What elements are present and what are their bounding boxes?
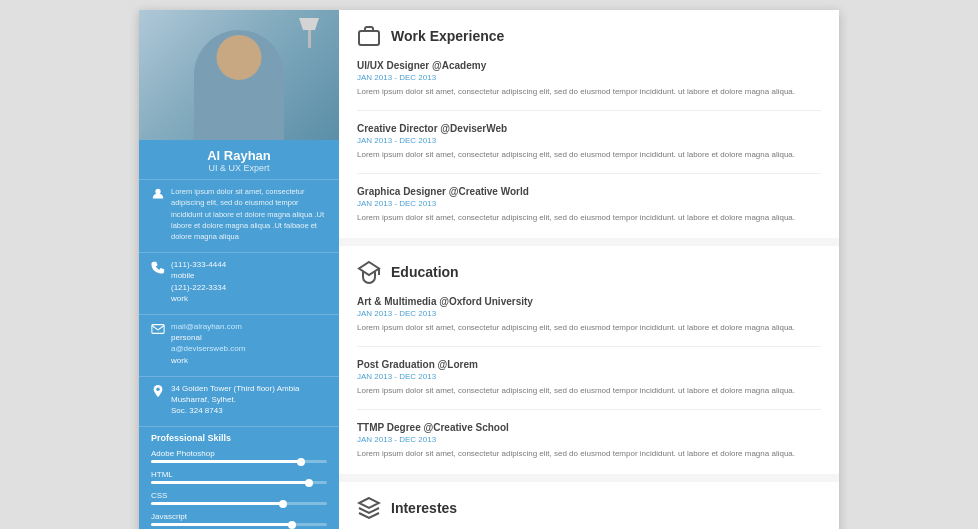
address-section: 34 Golden Tower (Third floor) Ambia Mush… bbox=[139, 376, 339, 427]
edu-entry: Art & Multimedia @Oxford University JAN … bbox=[357, 296, 821, 347]
entry-date: JAN 2013 - DEC 2013 bbox=[357, 435, 821, 444]
entry-desc: Lorem ipsum dolor sit amet, consectetur … bbox=[357, 86, 821, 98]
phone-info: (111)-333-4444 mobile (121)-222-3334 wor… bbox=[171, 259, 226, 304]
education-entries-list: Art & Multimedia @Oxford University JAN … bbox=[357, 296, 821, 460]
entry-title: UI/UX Designer @Academy bbox=[357, 60, 821, 71]
person-icon bbox=[151, 187, 165, 201]
skill-dot bbox=[305, 479, 313, 487]
entry-date: JAN 2013 - DEC 2013 bbox=[357, 309, 821, 318]
phone1-number: (111)-333-4444 bbox=[171, 259, 226, 270]
skill-item: HTML bbox=[151, 470, 327, 484]
phone2-label: work bbox=[171, 293, 226, 304]
skill-dot bbox=[279, 500, 287, 508]
entry-desc: Lorem ipsum dolor sit amet, consectetur … bbox=[357, 322, 821, 334]
skill-name: CSS bbox=[151, 491, 327, 500]
work-entries-list: UI/UX Designer @Academy JAN 2013 - DEC 2… bbox=[357, 60, 821, 224]
skill-name: Javascript bbox=[151, 512, 327, 521]
entry-date: JAN 2013 - DEC 2013 bbox=[357, 73, 821, 82]
entry-desc: Lorem ipsum dolor sit amet, consectetur … bbox=[357, 149, 821, 161]
email-info: mail@alrayhan.com personal a@devisersweb… bbox=[171, 321, 245, 366]
education-title: Education bbox=[391, 264, 459, 280]
entry-title: TTMP Degree @Creative School bbox=[357, 422, 821, 433]
interests-icon bbox=[357, 496, 381, 520]
email-row: mail@alrayhan.com personal a@devisersweb… bbox=[151, 321, 327, 366]
lamp-decoration bbox=[299, 18, 319, 48]
interests-title: Interestes bbox=[391, 500, 457, 516]
entry-desc: Lorem ipsum dolor sit amet, consectetur … bbox=[357, 385, 821, 397]
skills-title: Professional Skills bbox=[151, 433, 327, 443]
email-section: mail@alrayhan.com personal a@devisersweb… bbox=[139, 314, 339, 376]
skill-bar-bg bbox=[151, 481, 327, 484]
entry-title: Graphica Designer @Creative World bbox=[357, 186, 821, 197]
skills-section: Professional Skills Adobe Photoshop HTML… bbox=[139, 426, 339, 529]
entry-title: Creative Director @DeviserWeb bbox=[357, 123, 821, 134]
main-content: Work Experience UI/UX Designer @Academy … bbox=[339, 10, 839, 529]
skill-dot bbox=[297, 458, 305, 466]
skill-name: Adobe Photoshop bbox=[151, 449, 327, 458]
education-card: Education Art & Multimedia @Oxford Unive… bbox=[339, 246, 839, 474]
location-icon bbox=[151, 384, 165, 398]
skill-bar-bg bbox=[151, 460, 327, 463]
entry-desc: Lorem ipsum dolor sit amet, consectetur … bbox=[357, 212, 821, 224]
work-entry: Graphica Designer @Creative World JAN 20… bbox=[357, 186, 821, 224]
entry-date: JAN 2013 - DEC 2013 bbox=[357, 199, 821, 208]
interests-header: Interestes bbox=[357, 496, 821, 520]
entry-desc: Lorem ipsum dolor sit amet, consectetur … bbox=[357, 448, 821, 460]
skill-bar-fill bbox=[151, 523, 292, 526]
name-block: Al Rayhan UI & UX Expert bbox=[139, 140, 339, 179]
address-row: 34 Golden Tower (Third floor) Ambia Mush… bbox=[151, 383, 327, 417]
phone-row: (111)-333-4444 mobile (121)-222-3334 wor… bbox=[151, 259, 327, 304]
profile-photo bbox=[139, 10, 339, 140]
skill-item: Javascript bbox=[151, 512, 327, 526]
entry-date: JAN 2013 - DEC 2013 bbox=[357, 372, 821, 381]
entry-date: JAN 2013 - DEC 2013 bbox=[357, 136, 821, 145]
email2: a@devisersweb.com bbox=[171, 343, 245, 354]
skill-bar-bg bbox=[151, 502, 327, 505]
graduation-icon bbox=[357, 260, 381, 284]
bio-text: Lorem ipsum dolor sit amet, consectetur … bbox=[171, 186, 327, 242]
edu-entry: Post Graduation @Lorem JAN 2013 - DEC 20… bbox=[357, 359, 821, 410]
phone2-number: (121)-222-3334 bbox=[171, 282, 226, 293]
email2-label: work bbox=[171, 355, 245, 366]
skill-dot bbox=[288, 521, 296, 529]
work-experience-title: Work Experience bbox=[391, 28, 504, 44]
bio-row: Lorem ipsum dolor sit amet, consectetur … bbox=[151, 186, 327, 242]
skill-bar-fill bbox=[151, 502, 283, 505]
education-header: Education bbox=[357, 260, 821, 284]
entry-title: Art & Multimedia @Oxford University bbox=[357, 296, 821, 307]
email1-label: personal bbox=[171, 332, 245, 343]
skill-bar-fill bbox=[151, 481, 309, 484]
sidebar: Al Rayhan UI & UX Expert Lorem ipsum dol… bbox=[139, 10, 339, 529]
bio-section: Lorem ipsum dolor sit amet, consectetur … bbox=[139, 179, 339, 252]
briefcase-icon bbox=[357, 24, 381, 48]
interests-section: Interestes bbox=[339, 482, 839, 529]
work-experience-card: Work Experience UI/UX Designer @Academy … bbox=[339, 10, 839, 238]
phone-section: (111)-333-4444 mobile (121)-222-3334 wor… bbox=[139, 252, 339, 314]
resume-wrapper: Al Rayhan UI & UX Expert Lorem ipsum dol… bbox=[139, 10, 839, 529]
email1: mail@alrayhan.com bbox=[171, 321, 245, 332]
skill-item: CSS bbox=[151, 491, 327, 505]
svg-rect-1 bbox=[152, 325, 164, 334]
svg-point-2 bbox=[156, 387, 160, 391]
profile-title: UI & UX Expert bbox=[145, 163, 333, 173]
skill-bar-bg bbox=[151, 523, 327, 526]
skills-list: Adobe Photoshop HTML CSS Javascript PHP bbox=[151, 449, 327, 529]
skill-name: HTML bbox=[151, 470, 327, 479]
profile-head bbox=[217, 35, 262, 80]
skill-item: Adobe Photoshop bbox=[151, 449, 327, 463]
address-line2: Soc. 324 8743 bbox=[171, 405, 327, 416]
entry-title: Post Graduation @Lorem bbox=[357, 359, 821, 370]
work-entry: Creative Director @DeviserWeb JAN 2013 -… bbox=[357, 123, 821, 174]
phone1-label: mobile bbox=[171, 270, 226, 281]
profile-name: Al Rayhan bbox=[145, 148, 333, 163]
phone-icon bbox=[151, 260, 165, 274]
svg-rect-3 bbox=[359, 31, 379, 45]
email-icon bbox=[151, 322, 165, 336]
address-line1: 34 Golden Tower (Third floor) Ambia Mush… bbox=[171, 383, 327, 405]
work-experience-header: Work Experience bbox=[357, 24, 821, 48]
work-entry: UI/UX Designer @Academy JAN 2013 - DEC 2… bbox=[357, 60, 821, 111]
address-info: 34 Golden Tower (Third floor) Ambia Mush… bbox=[171, 383, 327, 417]
skill-bar-fill bbox=[151, 460, 301, 463]
edu-entry: TTMP Degree @Creative School JAN 2013 - … bbox=[357, 422, 821, 460]
